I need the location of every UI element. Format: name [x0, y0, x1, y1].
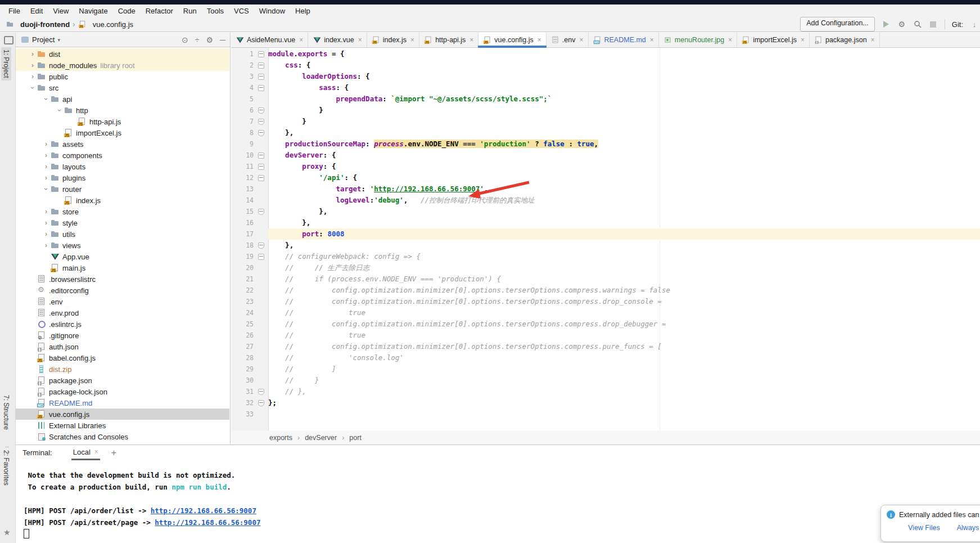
settings-gear-icon[interactable]: ⚙	[897, 20, 906, 29]
fold-marker[interactable]	[254, 105, 268, 116]
menu-item-tools[interactable]: Tools	[202, 6, 229, 16]
tree-item-plugins[interactable]: ›plugins	[16, 172, 229, 183]
close-icon[interactable]: ×	[94, 448, 98, 456]
chevron-right-icon[interactable]: ›	[43, 95, 49, 104]
code-line[interactable]: 2 css: {	[231, 60, 980, 71]
tree-item-store[interactable]: ›store	[16, 206, 229, 217]
tab--env[interactable]: .env×	[547, 33, 589, 47]
run-icon[interactable]	[882, 20, 891, 29]
code-line[interactable]: 9 productionSourceMap: process.env.NODE_…	[231, 138, 980, 150]
close-icon[interactable]: ×	[538, 36, 541, 44]
tree-item--browserslistrc[interactable]: .browserslistrc	[16, 273, 229, 285]
tree-item-http[interactable]: ›http	[16, 105, 229, 116]
chevron-right-icon[interactable]: ›	[28, 73, 37, 80]
stripe-favorites-button[interactable]: 2: Favorites	[2, 450, 10, 486]
fold-marker[interactable]	[254, 71, 268, 82]
code-line[interactable]: 18 },	[231, 240, 980, 251]
tree-item-auth-json[interactable]: auth.json	[16, 341, 229, 352]
close-icon[interactable]: ×	[650, 36, 654, 44]
fold-marker[interactable]	[254, 206, 268, 217]
stripe-structure-button[interactable]: 7: Structure	[2, 395, 10, 430]
tree-item-package-lock-json[interactable]: package-lock.json	[16, 386, 229, 397]
chevron-right-icon[interactable]: ›	[42, 152, 51, 159]
chevron-right-icon[interactable]: ›	[29, 83, 36, 92]
chevron-right-icon[interactable]: ›	[43, 185, 49, 194]
menu-item-window[interactable]: Window	[254, 6, 290, 16]
tab-index-vue[interactable]: index.vue×	[308, 33, 367, 47]
terminal-output[interactable]: Note that the development build is not o…	[16, 460, 980, 540]
menu-item-vcs[interactable]: VCS	[229, 6, 254, 16]
code-line[interactable]: 14 logLevel:'debug', //控制台终端打印代理前的真实地址	[231, 195, 980, 206]
tree-item-external-libraries[interactable]: External Libraries	[16, 420, 229, 431]
tree-item--env-prod[interactable]: .env.prod	[16, 307, 229, 318]
fold-marker[interactable]	[254, 127, 268, 138]
close-icon[interactable]: ×	[358, 36, 362, 44]
code-line[interactable]: 8 },	[231, 127, 980, 138]
code-line[interactable]: 12 '/api': {	[231, 172, 980, 183]
add-configuration-button[interactable]: Add Configuration...	[800, 17, 875, 32]
tree-item-router[interactable]: ›router	[16, 183, 229, 195]
tree-item-app-vue[interactable]: App.vue	[16, 251, 229, 262]
tree-item--eslintrc-js[interactable]: .eslintrc.js	[16, 318, 229, 330]
close-icon[interactable]: ×	[410, 36, 414, 44]
menu-item-refactor[interactable]: Refactor	[141, 6, 178, 16]
breadcrumb-port[interactable]: port	[349, 434, 362, 442]
tree-item-dist-zip[interactable]: dist.zip	[16, 364, 229, 375]
gear-icon[interactable]: ⚙	[206, 35, 214, 44]
star-icon[interactable]: ★	[3, 528, 11, 537]
tab-http-api-js[interactable]: http-api.js×	[419, 33, 478, 47]
code-line[interactable]: 17 port: 8008	[231, 228, 980, 240]
chevron-down-icon[interactable]: ▾	[57, 37, 60, 43]
code-line[interactable]: 33	[231, 409, 980, 420]
code-line[interactable]: 30 // }	[231, 375, 980, 386]
code-line[interactable]: 15 },	[231, 206, 980, 217]
menu-item-view[interactable]: View	[48, 6, 74, 16]
code-line[interactable]: 22 // config.optimization.minimizer[0].o…	[231, 285, 980, 296]
fold-marker[interactable]	[254, 150, 268, 161]
tree-item-main-js[interactable]: main.js	[16, 262, 229, 273]
close-icon[interactable]: ×	[871, 36, 875, 44]
tab-importexcel-js[interactable]: importExcel.js×	[737, 33, 810, 47]
close-icon[interactable]: ×	[299, 36, 303, 44]
code-line[interactable]: 25 // config.optimization.minimizer[0].o…	[231, 318, 980, 330]
terminal-url-link[interactable]: http://192.168.66.56:9007	[151, 506, 256, 515]
code-line[interactable]: 26 // true	[231, 330, 980, 341]
menu-item-help[interactable]: Help	[290, 6, 315, 16]
tree-item-components[interactable]: ›components	[16, 150, 229, 161]
code-line[interactable]: 1module.exports = {	[231, 48, 980, 60]
fold-marker[interactable]	[254, 397, 268, 409]
code-line[interactable]: 7 }	[231, 116, 980, 127]
tree-item-readme-md[interactable]: README.md	[16, 397, 229, 409]
chevron-right-icon[interactable]: ›	[42, 208, 51, 215]
chevron-right-icon[interactable]: ›	[42, 231, 51, 237]
collapse-all-icon[interactable]: ÷	[195, 35, 200, 44]
code-line[interactable]: 16 },	[231, 217, 980, 228]
menu-item-file[interactable]: File	[3, 6, 25, 16]
breadcrumb-project[interactable]: duoji-frontend	[20, 20, 70, 29]
code-line[interactable]: 29 // ]	[231, 364, 980, 375]
new-terminal-icon[interactable]: +	[111, 448, 116, 458]
code-line[interactable]: 3 loaderOptions: {	[231, 71, 980, 82]
git-update-icon[interactable]: ↓	[970, 20, 979, 29]
fold-marker[interactable]	[254, 172, 268, 183]
tab-index-js[interactable]: index.js×	[367, 33, 419, 47]
tab-package-json[interactable]: package.json×	[810, 33, 880, 47]
breadcrumb-exports[interactable]: exports	[269, 434, 292, 442]
tree-item-vue-config-js[interactable]: vue.config.js	[16, 409, 229, 420]
chevron-right-icon[interactable]: ›	[42, 163, 51, 170]
fold-marker[interactable]	[254, 386, 268, 397]
git-label[interactable]: Git:	[952, 20, 963, 29]
tree-item-layouts[interactable]: ›layouts	[16, 161, 229, 172]
tab-asidemenu-vue[interactable]: AsideMenu.vue×	[231, 33, 308, 47]
chevron-right-icon[interactable]: ›	[42, 219, 51, 226]
code-line[interactable]: 13 target: 'http://192.168.66.56:9007',	[231, 183, 980, 195]
menu-item-run[interactable]: Run	[178, 6, 202, 16]
fold-marker[interactable]	[254, 240, 268, 251]
tree-item-dist[interactable]: ›dist	[16, 48, 229, 60]
close-icon[interactable]: ×	[579, 36, 583, 44]
tree-item--editorconfig[interactable]: .editorconfig	[16, 285, 229, 296]
chevron-right-icon[interactable]: ›	[28, 62, 37, 69]
code-line[interactable]: 20 // // 生产去除日志	[231, 262, 980, 273]
code-line[interactable]: 32};	[231, 397, 980, 409]
tree-item-assets[interactable]: ›assets	[16, 138, 229, 150]
